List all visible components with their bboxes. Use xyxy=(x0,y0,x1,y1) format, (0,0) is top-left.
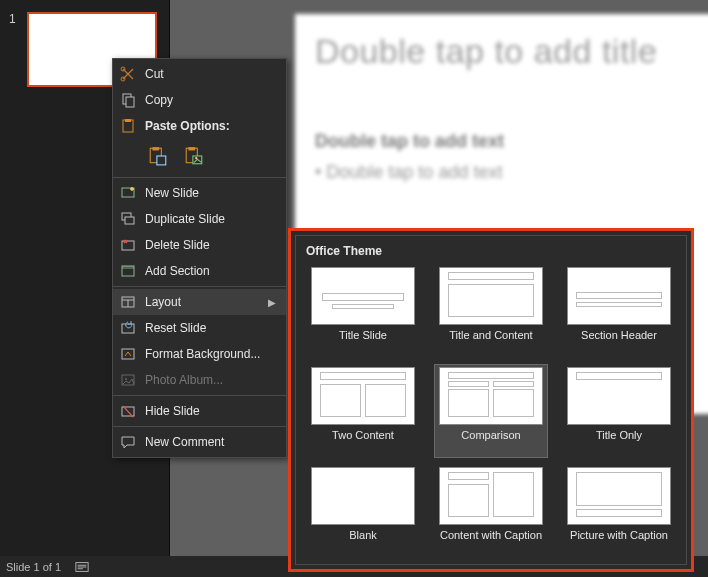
svg-rect-27 xyxy=(122,349,134,359)
svg-rect-9 xyxy=(125,119,131,122)
layout-option-label: Blank xyxy=(349,529,377,555)
slide-context-menu: Cut Copy Paste Options: New Slide Duplic… xyxy=(112,58,287,458)
status-slide-count: Slide 1 of 1 xyxy=(6,561,61,573)
layout-flyout-highlight: Office Theme Title SlideTitle and Conten… xyxy=(288,228,694,572)
layout-option-label: Title and Content xyxy=(449,329,532,355)
svg-line-31 xyxy=(123,406,133,417)
ctx-layout[interactable]: Layout ▶ xyxy=(113,289,286,315)
layout-option-label: Title Only xyxy=(596,429,642,455)
chevron-right-icon: ▶ xyxy=(268,297,276,308)
ctx-photo-album-label: Photo Album... xyxy=(145,373,276,387)
slide-number: 1 xyxy=(9,12,16,26)
title-placeholder[interactable]: Double tap to add title xyxy=(315,32,708,71)
photo-album-icon xyxy=(119,371,137,389)
svg-rect-11 xyxy=(152,147,159,150)
ctx-layout-label: Layout xyxy=(145,295,260,309)
ctx-hide-slide-label: Hide Slide xyxy=(145,404,276,418)
new-comment-icon xyxy=(119,433,137,451)
ctx-photo-album: Photo Album... xyxy=(113,367,286,393)
ctx-add-section[interactable]: Add Section xyxy=(113,258,286,284)
layout-option-label: Picture with Caption xyxy=(570,529,668,555)
paste-options-row xyxy=(113,139,286,175)
svg-rect-19 xyxy=(125,217,134,224)
layout-option-two-content[interactable]: Two Content xyxy=(306,364,420,458)
layout-option-label: Comparison xyxy=(461,429,520,455)
add-section-icon xyxy=(119,262,137,280)
layout-flyout-heading: Office Theme xyxy=(306,244,676,258)
paste-use-destination-theme[interactable] xyxy=(145,143,171,169)
ctx-hide-slide[interactable]: Hide Slide xyxy=(113,398,286,424)
duplicate-slide-icon xyxy=(119,210,137,228)
copy-icon xyxy=(119,91,137,109)
ctx-cut-label: Cut xyxy=(145,67,276,81)
text-placeholder-heading[interactable]: Double tap to add text xyxy=(315,131,708,152)
svg-rect-14 xyxy=(188,147,195,150)
layout-option-picture-with-caption[interactable]: Picture with Caption xyxy=(562,464,676,558)
format-background-icon xyxy=(119,345,137,363)
svg-rect-12 xyxy=(157,156,166,165)
layout-option-comparison[interactable]: Comparison xyxy=(434,364,548,458)
ctx-separator xyxy=(113,426,286,427)
scissors-icon xyxy=(119,65,137,83)
ctx-separator xyxy=(113,395,286,396)
ctx-delete-slide[interactable]: Delete Slide xyxy=(113,232,286,258)
reset-slide-icon xyxy=(119,319,137,337)
ctx-new-slide[interactable]: New Slide xyxy=(113,180,286,206)
layout-option-label: Two Content xyxy=(332,429,394,455)
ctx-separator xyxy=(113,286,286,287)
text-placeholder-bullet[interactable]: • Double tap to add text xyxy=(315,162,708,183)
paste-picture[interactable] xyxy=(181,143,207,169)
ctx-copy[interactable]: Copy xyxy=(113,87,286,113)
ctx-new-slide-label: New Slide xyxy=(145,186,276,200)
layout-icon xyxy=(119,293,137,311)
layout-grid: Title SlideTitle and ContentSection Head… xyxy=(306,264,676,558)
ctx-format-background[interactable]: Format Background... xyxy=(113,341,286,367)
notes-icon[interactable] xyxy=(75,560,89,574)
layout-option-title-only[interactable]: Title Only xyxy=(562,364,676,458)
svg-rect-26 xyxy=(122,324,134,333)
layout-option-label: Section Header xyxy=(581,329,657,355)
layout-option-content-with-caption[interactable]: Content with Caption xyxy=(434,464,548,558)
ctx-add-section-label: Add Section xyxy=(145,264,276,278)
layout-option-title-and-content[interactable]: Title and Content xyxy=(434,264,548,358)
ctx-reset-slide[interactable]: Reset Slide xyxy=(113,315,286,341)
layout-option-label: Content with Caption xyxy=(440,529,542,555)
hide-slide-icon xyxy=(119,402,137,420)
svg-rect-7 xyxy=(126,97,134,107)
ctx-paste-options: Paste Options: xyxy=(113,113,286,139)
new-slide-icon xyxy=(119,184,137,202)
ctx-format-background-label: Format Background... xyxy=(145,347,276,361)
ctx-paste-options-label: Paste Options: xyxy=(145,119,276,133)
layout-flyout: Office Theme Title SlideTitle and Conten… xyxy=(295,235,687,565)
ctx-delete-slide-label: Delete Slide xyxy=(145,238,276,252)
ctx-duplicate-slide[interactable]: Duplicate Slide xyxy=(113,206,286,232)
delete-slide-icon xyxy=(119,236,137,254)
ctx-reset-slide-label: Reset Slide xyxy=(145,321,276,335)
ctx-copy-label: Copy xyxy=(145,93,276,107)
ctx-new-comment-label: New Comment xyxy=(145,435,276,449)
layout-option-title-slide[interactable]: Title Slide xyxy=(306,264,420,358)
layout-option-blank[interactable]: Blank xyxy=(306,464,420,558)
ctx-duplicate-slide-label: Duplicate Slide xyxy=(145,212,276,226)
layout-option-section-header[interactable]: Section Header xyxy=(562,264,676,358)
svg-rect-22 xyxy=(122,266,134,269)
svg-point-29 xyxy=(125,378,127,380)
ctx-cut[interactable]: Cut xyxy=(113,61,286,87)
layout-option-label: Title Slide xyxy=(339,329,387,355)
ctx-new-comment[interactable]: New Comment xyxy=(113,429,286,455)
clipboard-icon xyxy=(119,117,137,135)
ctx-separator xyxy=(113,177,286,178)
